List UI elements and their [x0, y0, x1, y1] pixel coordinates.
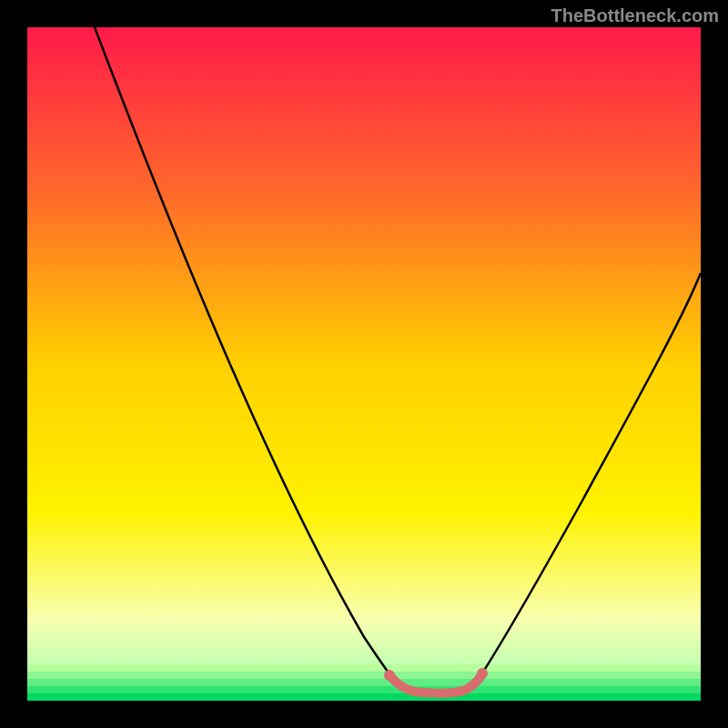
chart-svg — [27, 27, 701, 701]
band-5 — [27, 693, 701, 701]
plot-area — [27, 27, 701, 701]
highlight-dot-left — [384, 670, 395, 681]
chart-container: TheBottleneck.com — [0, 0, 728, 728]
gradient-background — [27, 27, 701, 701]
highlight-dot-right — [477, 668, 488, 679]
band-4 — [27, 686, 701, 693]
band-2 — [27, 672, 701, 679]
band-3 — [27, 679, 701, 686]
band-1 — [27, 664, 701, 672]
watermark-text: TheBottleneck.com — [551, 5, 719, 26]
